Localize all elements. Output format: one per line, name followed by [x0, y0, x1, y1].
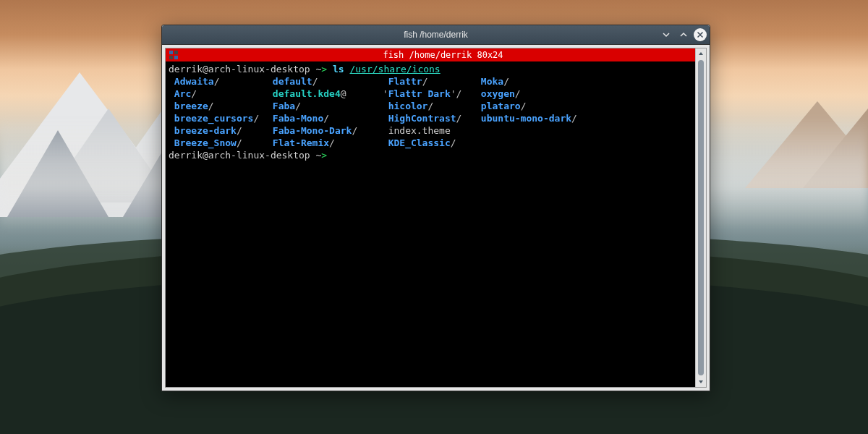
scroll-up-button[interactable] — [696, 48, 706, 59]
tab-app-icon — [169, 50, 179, 60]
terminal-window: fish /home/derrik — [161, 25, 710, 391]
svg-rect-1 — [174, 51, 178, 54]
terminal-tabbar[interactable]: fish /home/derrik 80x24 — [166, 48, 706, 61]
terminal-output[interactable]: derrik@arch-linux-desktop ~> ls /usr/sha… — [166, 61, 706, 387]
terminal-scrollbar[interactable] — [695, 48, 706, 387]
svg-rect-0 — [169, 51, 173, 54]
window-titlebar[interactable]: fish /home/derrik — [162, 25, 710, 45]
scrollbar-track[interactable] — [696, 59, 706, 377]
window-controls — [659, 27, 707, 42]
window-client-area: fish /home/derrik 80x24 derrik@arch-linu… — [162, 45, 710, 391]
svg-rect-3 — [174, 56, 178, 59]
scrollbar-thumb[interactable] — [698, 60, 704, 375]
maximize-button[interactable] — [676, 27, 691, 42]
terminal-tab-label: fish /home/derrik 80x24 — [183, 50, 703, 60]
window-title: fish /home/derrik — [404, 30, 468, 40]
svg-rect-2 — [169, 56, 173, 59]
minimize-button[interactable] — [659, 27, 673, 42]
scroll-down-button[interactable] — [696, 377, 706, 387]
terminal-container: fish /home/derrik 80x24 derrik@arch-linu… — [165, 48, 707, 388]
close-button[interactable] — [694, 28, 707, 41]
